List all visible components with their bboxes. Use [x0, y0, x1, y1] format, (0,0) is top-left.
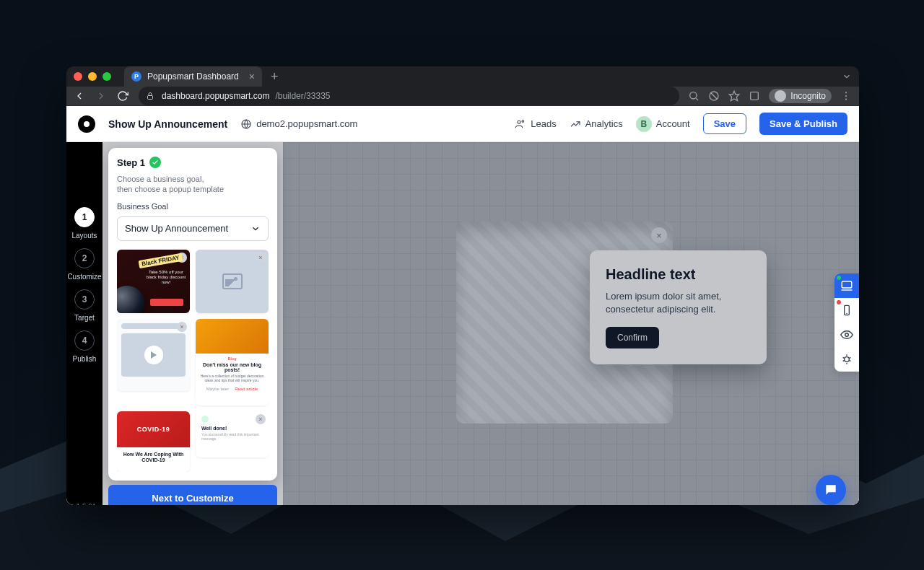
browser-tabbar: P Popupsmart Dashboard × + [66, 66, 859, 87]
layout-panel-card: Step 1 Choose a business goal, then choo… [108, 148, 277, 481]
nav-leads[interactable]: Leads [515, 118, 556, 130]
maximize-window-button[interactable] [103, 72, 111, 81]
address-input[interactable]: dashboard.popupsmart.com/builder/33335 [139, 87, 679, 105]
svg-line-23 [843, 360, 845, 361]
template-close-icon: × [256, 253, 266, 263]
debug-button[interactable] [834, 347, 859, 372]
app-body: 1 Layouts 2 Customize 3 Target 4 Publish… [66, 142, 859, 505]
business-goal-select[interactable]: Show Up Announcement [117, 216, 269, 241]
step-target-label: Target [74, 314, 95, 322]
app-logo[interactable] [78, 115, 95, 133]
layout-side-panel: Step 1 Choose a business goal, then choo… [103, 142, 283, 505]
app-version: v1.5.91 [73, 503, 97, 505]
business-goal-value: Show Up Announcement [125, 223, 228, 234]
nav-analytics[interactable]: Analytics [570, 118, 623, 130]
save-button[interactable]: Save [703, 113, 746, 134]
browser-addressbar: dashboard.popupsmart.com/builder/33335 I… [66, 87, 859, 106]
site-selector[interactable]: demo2.popupsmart.com [240, 118, 357, 130]
tab-close-icon[interactable]: × [249, 71, 255, 82]
popup-card[interactable]: Headline text Lorem ipsum dolor sit amet… [590, 250, 767, 364]
preview-toolbar [834, 273, 859, 372]
template-video-card[interactable]: × [117, 319, 190, 391]
tabs-overflow-button[interactable] [842, 71, 852, 82]
svg-rect-6 [751, 92, 759, 100]
preview-visibility-button[interactable] [834, 323, 859, 347]
popup-close-icon[interactable]: × [651, 227, 667, 243]
bookmark-icon[interactable] [728, 90, 740, 102]
panel-step-header: Step 1 [117, 157, 269, 168]
new-tab-button[interactable]: + [268, 69, 282, 84]
preview-mobile-button[interactable] [834, 298, 859, 323]
covid-hero: COVID-19 [117, 411, 190, 447]
popup-headline[interactable]: Headline text [606, 266, 751, 283]
app-root: Show Up Announcement demo2.popupsmart.co… [66, 106, 859, 505]
svg-point-1 [690, 92, 697, 99]
search-icon[interactable] [688, 90, 699, 102]
template-blog-post[interactable]: Blog Don't miss our new blog posts! Here… [196, 319, 269, 405]
nav-reload-button[interactable] [117, 90, 130, 102]
template-grid: × Black FRIDAY Take 50% off your black f… [117, 247, 269, 472]
save-publish-button[interactable]: Save & Publish [759, 113, 847, 135]
blog-paragraph: Here's a collection of budget decoration… [196, 374, 269, 382]
svg-line-22 [849, 360, 850, 361]
next-to-customize-button[interactable]: Next to Customize [108, 485, 277, 505]
minimize-window-button[interactable] [88, 72, 97, 81]
no-tracking-icon[interactable] [708, 90, 720, 102]
nav-account-label: Account [656, 118, 690, 129]
chevron-down-icon [250, 224, 261, 234]
popup-body-text[interactable]: Lorem ipsum dolor sit amet, consectetur … [606, 290, 751, 315]
welldone-title: Well done! [201, 426, 263, 431]
video-box [121, 333, 186, 377]
app-header: Show Up Announcement demo2.popupsmart.co… [66, 106, 859, 142]
incognito-label: Incognito [790, 91, 826, 101]
browser-tab[interactable]: P Popupsmart Dashboard × [124, 66, 262, 87]
svg-line-24 [849, 357, 850, 358]
status-dot-green [837, 276, 841, 280]
template-well-done[interactable]: × Well done! You successfully read this … [196, 411, 269, 457]
svg-line-4 [711, 92, 718, 99]
panel-subtitle: Choose a business goal, then choose a po… [117, 174, 269, 195]
blog-hero [196, 319, 269, 354]
popup-confirm-button[interactable]: Confirm [606, 327, 659, 348]
incognito-icon [775, 90, 786, 102]
business-goal-label: Business Goal [117, 202, 269, 211]
svg-rect-13 [842, 281, 852, 288]
svg-marker-5 [730, 91, 739, 100]
template-black-friday[interactable]: × Black FRIDAY Take 50% off your black f… [117, 250, 190, 313]
url-path: /builder/33335 [275, 91, 330, 101]
image-placeholder-icon [222, 273, 243, 289]
nav-back-button[interactable] [74, 90, 87, 102]
browser-menu-icon[interactable] [840, 90, 852, 102]
step-layouts-label: Layouts [71, 232, 97, 240]
step-layouts[interactable]: 1 [74, 207, 95, 227]
status-dot-red [837, 300, 841, 304]
nav-account[interactable]: B Account [636, 116, 690, 132]
site-domain: demo2.popupsmart.com [256, 118, 357, 129]
svg-point-9 [845, 99, 847, 100]
nav-leads-label: Leads [531, 118, 556, 129]
step-customize[interactable]: 2 [74, 248, 95, 268]
extensions-icon[interactable] [749, 90, 760, 102]
template-covid[interactable]: COVID-19 How We Are Coping With COVID-19 [117, 411, 190, 472]
lock-icon [146, 92, 156, 100]
template-tag: Black FRIDAY [139, 253, 183, 268]
nav-analytics-label: Analytics [585, 118, 623, 129]
url-domain: dashboard.popupsmart.com [162, 91, 269, 101]
template-image-card[interactable]: × [196, 250, 269, 313]
close-window-button[interactable] [74, 72, 82, 81]
intercom-launcher[interactable] [816, 475, 846, 505]
preview-desktop-button[interactable] [834, 273, 859, 298]
step-customize-label: Customize [67, 273, 101, 281]
svg-rect-0 [148, 96, 153, 100]
step-publish[interactable]: 4 [74, 330, 95, 351]
incognito-badge[interactable]: Incognito [769, 89, 832, 103]
template-close-icon: × [177, 322, 187, 332]
blog-heading: Don't miss our new blog posts! [196, 362, 269, 372]
svg-point-12 [522, 120, 524, 122]
step-target[interactable]: 3 [74, 289, 95, 310]
builder-steps-nav: 1 Layouts 2 Customize 3 Target 4 Publish… [66, 142, 103, 505]
svg-point-8 [845, 95, 847, 97]
avatar: B [636, 116, 652, 132]
builder-canvas[interactable]: × Headline text Lorem ipsum dolor sit am… [283, 142, 859, 505]
nav-forward-button[interactable] [95, 90, 108, 102]
